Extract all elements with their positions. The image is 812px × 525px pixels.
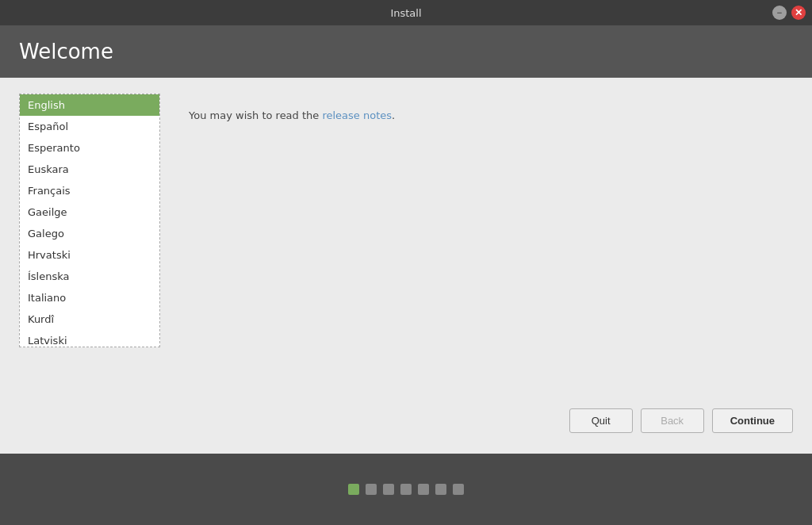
quit-button[interactable]: Quit	[569, 408, 633, 433]
progress-dot-6	[435, 484, 446, 495]
release-note-prefix: You may wish to read the	[189, 109, 322, 121]
back-button[interactable]: Back	[641, 408, 704, 433]
release-note-suffix: .	[392, 109, 395, 121]
content-area: English Español Esperanto Euskara França…	[0, 78, 812, 454]
window-controls: − ✕	[772, 6, 806, 20]
language-item-gaeilge[interactable]: Gaeilge	[20, 201, 159, 223]
page-header: Welcome	[0, 25, 812, 78]
language-item-hrvatski[interactable]: Hrvatski	[20, 244, 159, 266]
progress-dot-3	[383, 484, 394, 495]
release-notes-link[interactable]: release notes	[322, 109, 392, 121]
progress-dot-7	[453, 484, 464, 495]
main-content: English Español Esperanto Euskara França…	[19, 94, 793, 397]
continue-button[interactable]: Continue	[712, 408, 793, 433]
right-panel: You may wish to read the release notes.	[176, 94, 793, 397]
progress-dot-4	[400, 484, 412, 495]
window-title: Install	[390, 7, 421, 19]
release-note-text: You may wish to read the release notes.	[189, 109, 780, 121]
minimize-button[interactable]: −	[772, 6, 787, 20]
language-item-espanol[interactable]: Español	[20, 116, 159, 137]
language-item-latviski[interactable]: Latviski	[20, 330, 159, 347]
language-item-galego[interactable]: Galego	[20, 223, 159, 244]
page-title: Welcome	[19, 40, 793, 63]
language-item-kurdi[interactable]: Kurdî	[20, 308, 159, 330]
button-bar: Quit Back Continue	[19, 397, 793, 438]
progress-dot-1	[348, 484, 359, 495]
language-list[interactable]: English Español Esperanto Euskara França…	[19, 94, 160, 347]
language-item-italiano[interactable]: Italiano	[20, 287, 159, 308]
progress-dot-2	[366, 484, 377, 495]
language-item-euskara[interactable]: Euskara	[20, 159, 159, 180]
language-item-english[interactable]: English	[20, 94, 159, 116]
installer-window: Install − ✕ Welcome English Español Espe…	[0, 0, 812, 525]
bottom-bar	[0, 454, 812, 525]
language-item-esperanto[interactable]: Esperanto	[20, 137, 159, 159]
progress-dots	[348, 484, 464, 495]
close-button[interactable]: ✕	[791, 6, 806, 20]
language-item-francais[interactable]: Français	[20, 180, 159, 201]
title-bar: Install − ✕	[0, 0, 812, 25]
language-item-islenska[interactable]: Íslenska	[20, 266, 159, 287]
progress-dot-5	[418, 484, 429, 495]
